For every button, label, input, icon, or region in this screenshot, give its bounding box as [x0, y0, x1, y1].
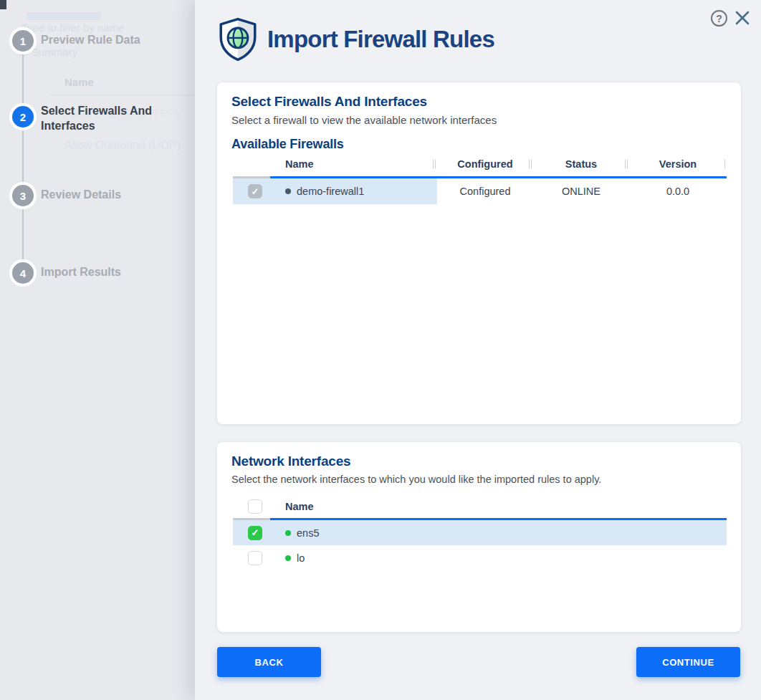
interface-row-checkbox[interactable] — [248, 551, 262, 565]
firewalls-card: Select Firewalls And Interfaces Select a… — [217, 82, 741, 424]
background-rule-row: Allow Outbound (UDP) — [64, 139, 181, 152]
background-notch — [0, 0, 6, 9]
continue-button[interactable]: CONTINUE — [636, 647, 740, 677]
step-1-circle[interactable]: 1 — [12, 30, 34, 52]
back-button[interactable]: BACK — [217, 647, 321, 677]
available-firewalls-title: Available Firewalls — [231, 137, 727, 152]
firewall-status-dot — [285, 188, 291, 194]
firewall-row-demo-firewall1[interactable]: demo-firewall1 Configured ONLINE 0.0.0 — [233, 178, 727, 204]
column-resize-handle[interactable] — [625, 160, 628, 169]
interface-row-ens5[interactable]: ens5 — [233, 520, 727, 545]
interface-status-dot — [285, 555, 291, 561]
interface-row-lo[interactable]: lo — [233, 545, 727, 570]
step-3-circle[interactable]: 3 — [12, 185, 34, 206]
firewalls-card-subtitle: Select a firewall to view the available … — [231, 114, 727, 126]
background-filter-bar — [27, 12, 101, 20]
column-header-version[interactable]: Version — [629, 158, 727, 170]
firewalls-table-header: Name Configured Status Version — [233, 152, 727, 176]
column-header-configured[interactable]: Configured — [437, 158, 533, 170]
screen: Type to filter by name Summary Name Allo… — [0, 0, 761, 700]
column-header-name[interactable]: Name — [270, 158, 437, 170]
step-3-number: 3 — [20, 190, 26, 202]
firewalls-table: Name Configured Status Version — [233, 152, 727, 204]
interface-name: ens5 — [297, 527, 319, 539]
step-2-circle[interactable]: 2 — [12, 106, 34, 128]
firewall-name: demo-firewall1 — [297, 186, 364, 197]
step-4-number: 4 — [20, 267, 26, 279]
step-2-label[interactable]: Select Firewalls And Interfaces — [41, 103, 164, 133]
interfaces-card: Network Interfaces Select the network in… — [217, 442, 741, 632]
table-header-rule — [233, 518, 727, 520]
step-4-label[interactable]: Import Results — [41, 266, 121, 279]
firewall-configured: Configured — [437, 186, 533, 197]
interfaces-table: Name ens5 — [233, 495, 727, 570]
import-wizard-panel: Import Firewall Rules ? Select Firewalls… — [195, 0, 761, 700]
background-summary-label: Summary — [32, 46, 77, 58]
column-header-name[interactable]: Name — [270, 501, 727, 512]
select-all-checkbox[interactable] — [248, 499, 262, 514]
help-icon[interactable]: ? — [711, 10, 727, 27]
background-divider — [50, 95, 196, 96]
close-icon[interactable] — [734, 9, 751, 27]
step-3-label[interactable]: Review Details — [41, 188, 121, 201]
interface-row-checkbox[interactable] — [248, 526, 262, 540]
step-2-number: 2 — [20, 111, 26, 123]
interface-name: lo — [297, 552, 305, 564]
column-resize-handle[interactable] — [433, 160, 436, 169]
firewall-status: ONLINE — [533, 186, 629, 197]
modal-header: Import Firewall Rules — [217, 17, 494, 62]
interfaces-table-header: Name — [233, 495, 727, 518]
stepper-connector-line — [22, 41, 24, 273]
interfaces-card-subtitle: Select the network interfaces to which y… — [231, 474, 727, 485]
column-header-status[interactable]: Status — [533, 158, 629, 170]
step-1-label[interactable]: Preview Rule Data — [41, 34, 140, 47]
column-resize-handle[interactable] — [529, 160, 532, 169]
firewall-row-checkbox[interactable] — [248, 184, 262, 198]
background-filter-placeholder: Type to filter by name — [21, 21, 124, 34]
interfaces-card-title: Network Interfaces — [231, 454, 727, 469]
firewalls-card-title: Select Firewalls And Interfaces — [231, 94, 727, 110]
step-4-circle[interactable]: 4 — [12, 262, 34, 284]
firewall-version: 0.0.0 — [629, 186, 727, 197]
wizard-title: Import Firewall Rules — [267, 26, 494, 53]
shield-globe-icon — [217, 17, 259, 62]
background-table-header: Name — [64, 76, 94, 88]
interface-status-dot — [285, 530, 291, 536]
step-1-number: 1 — [20, 35, 26, 47]
column-resize-handle[interactable] — [724, 160, 725, 169]
